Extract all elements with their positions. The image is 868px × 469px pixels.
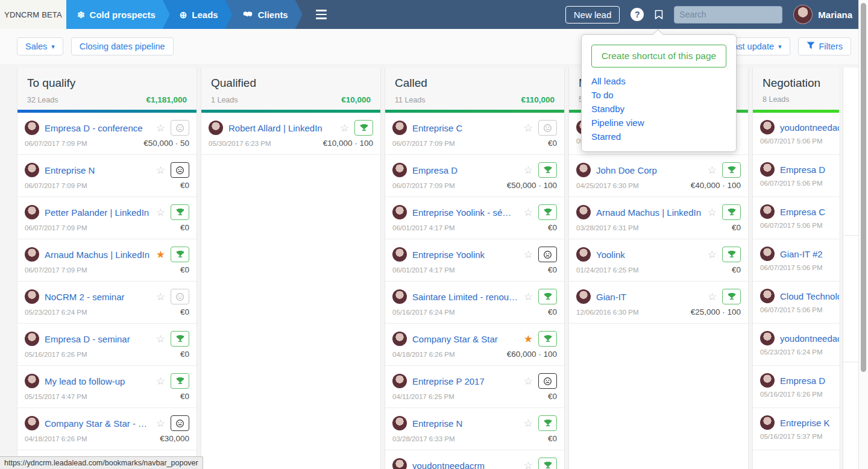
lead-title[interactable]: Yoolink <box>596 250 702 260</box>
lead-card[interactable]: Empresa C06/07/2017 5:06 PM <box>753 197 839 239</box>
trophy-icon[interactable] <box>722 289 741 304</box>
star-icon[interactable]: ☆ <box>156 123 165 133</box>
star-icon[interactable]: ☆ <box>708 292 717 302</box>
smiley-sad-icon[interactable] <box>171 415 189 431</box>
smiley-neutral-icon[interactable] <box>171 120 189 136</box>
lead-card[interactable]: Arnaud Machus | LinkedIn★06/07/2017 7:09… <box>17 239 197 282</box>
lead-card[interactable]: Empresa D - conference☆06/07/2017 7:09 P… <box>17 113 197 155</box>
trophy-icon[interactable] <box>538 458 557 469</box>
lead-card[interactable]: Yoolink☆01/24/2017 6:25 PM€0 <box>569 239 748 282</box>
lead-title[interactable]: Arnaud Machus | LinkedIn <box>45 250 151 260</box>
star-icon[interactable]: ☆ <box>524 376 533 386</box>
bookmark-link[interactable]: Starred <box>591 131 726 142</box>
lead-title[interactable]: Cloud Technology <box>780 291 839 301</box>
lead-title[interactable]: My lead to follow-up <box>45 376 151 386</box>
lead-title[interactable]: youdontneedacrm <box>780 333 839 344</box>
trophy-icon[interactable] <box>722 162 741 178</box>
lead-card[interactable]: Empresa D05/16/2017 6:26 PM <box>753 366 839 408</box>
star-icon[interactable]: ☆ <box>708 207 717 218</box>
lead-title[interactable]: Entreprise K <box>780 418 839 428</box>
lead-card[interactable]: Petter Palander | LinkedIn☆06/07/2017 7:… <box>17 197 197 239</box>
smiley-neutral-icon[interactable] <box>171 289 189 304</box>
filters-button[interactable]: Filters <box>798 37 851 55</box>
smiley-neutral-icon[interactable] <box>538 120 557 136</box>
lead-title[interactable]: Gian-IT #2 <box>780 249 839 259</box>
lead-title[interactable]: Entreprise Yoolink <box>412 250 518 260</box>
menu-icon[interactable] <box>316 0 327 29</box>
lead-card[interactable]: Saintare Limited - renouve…☆05/16/2017 6… <box>385 282 564 324</box>
lead-card[interactable]: Company Star & Star★04/18/2017 6:26 PM€6… <box>385 324 564 366</box>
lead-title[interactable]: Empresa C <box>780 207 839 217</box>
lead-title[interactable]: Entreprise P 2017 <box>412 376 518 386</box>
trophy-icon[interactable] <box>171 331 189 347</box>
lead-title[interactable]: Entreprise N <box>45 165 151 175</box>
star-icon[interactable]: ☆ <box>524 123 533 133</box>
lead-card[interactable]: Gian-IT #206/07/2017 5:06 PM <box>753 239 839 282</box>
star-icon[interactable]: ☆ <box>524 461 533 469</box>
lead-title[interactable]: Arnaud Machus | LinkedIn <box>596 207 702 218</box>
lead-title[interactable]: Company Star & Star - sem… <box>45 418 151 429</box>
star-icon[interactable]: ☆ <box>156 292 165 302</box>
lead-card[interactable]: youdontneedacrm06/07/2017 5:06 PM <box>753 113 839 155</box>
lead-title[interactable]: youdontneedacrm <box>780 122 839 133</box>
lead-title[interactable]: Empresa D <box>412 165 518 175</box>
star-icon[interactable]: ☆ <box>524 418 533 429</box>
lead-title[interactable]: Petter Palander | LinkedIn <box>45 207 151 218</box>
lead-card[interactable]: Entreprise Yoolink - sémin…☆06/01/2017 4… <box>385 197 564 239</box>
lead-title[interactable]: NoCRM 2 - seminar <box>45 292 151 302</box>
lead-card[interactable]: Robert Allard | LinkedIn☆05/30/2017 6:23… <box>201 113 380 155</box>
scrollbar-thumb[interactable] <box>861 3 866 372</box>
lead-title[interactable]: Empresa D <box>780 376 839 386</box>
search-input[interactable] <box>674 6 782 24</box>
lead-title[interactable]: Saintare Limited - renouve… <box>412 292 518 302</box>
lead-card[interactable]: Cloud Technology06/07/2017 5:06 PM <box>753 282 839 324</box>
lead-card[interactable]: Entreprise Yoolink☆06/01/2017 4:17 PM€0 <box>385 239 564 282</box>
lead-card[interactable]: Empresa D - seminar☆05/16/2017 6:26 PM€0 <box>17 324 197 366</box>
bookmark-link[interactable]: All leads <box>591 76 726 86</box>
trophy-icon[interactable] <box>722 204 741 220</box>
tab-leads[interactable]: ⊕ Leads <box>163 0 233 29</box>
lead-title[interactable]: Gian-IT <box>596 292 702 302</box>
lead-card[interactable]: NoCRM 2 - seminar☆05/23/2017 6:24 PM€0 <box>17 282 197 324</box>
lead-card[interactable]: Entreprise P 2017☆04/11/2017 6:25 PM€0 <box>385 366 564 408</box>
lead-title[interactable]: Company Star & Star <box>412 334 518 344</box>
lead-card[interactable]: Entreprise K05/16/2017 5:37 PM <box>753 408 839 450</box>
tab-clients[interactable]: Clients <box>225 0 303 29</box>
lead-title[interactable]: John Doe Corp <box>596 165 702 175</box>
user-menu[interactable]: Mariana <box>793 5 852 24</box>
lead-card[interactable]: Company Star & Star - sem…☆04/18/2017 6:… <box>17 408 197 450</box>
trophy-icon[interactable] <box>538 331 557 347</box>
lead-card[interactable]: Entreprise N☆06/07/2017 7:09 PM€0 <box>17 155 197 197</box>
lead-card[interactable]: Entreprise C☆06/07/2017 7:09 PM€0 <box>385 113 564 155</box>
help-icon[interactable]: ? <box>631 8 644 21</box>
star-icon[interactable]: ☆ <box>708 250 717 260</box>
bookmark-link[interactable]: Pipeline view <box>591 118 726 128</box>
star-icon[interactable]: ☆ <box>524 165 533 175</box>
star-icon[interactable]: ☆ <box>524 250 533 260</box>
star-icon[interactable]: ☆ <box>524 207 533 218</box>
trophy-icon[interactable] <box>538 415 557 431</box>
star-icon[interactable]: ☆ <box>340 123 349 133</box>
smiley-sad-icon[interactable] <box>538 247 557 262</box>
lead-card[interactable]: Empresa D06/07/2017 5:06 PM <box>753 155 839 197</box>
lead-card[interactable]: John Doe Corp☆04/25/2017 6:30 PM€40,000 … <box>569 155 748 197</box>
lead-title[interactable]: Empresa D <box>780 165 839 175</box>
lead-title[interactable]: Robert Allard | LinkedIn <box>228 123 335 133</box>
smiley-sad-icon[interactable] <box>538 373 557 389</box>
bookmark-link[interactable]: To do <box>591 90 726 100</box>
lead-title[interactable]: Entreprise C <box>412 123 518 133</box>
bookmark-link[interactable]: Standby <box>591 104 726 114</box>
lead-card[interactable]: youdontneedacrm☆ <box>385 450 564 469</box>
lead-card[interactable]: Empresa D☆06/07/2017 7:09 PM€50,000 · 10… <box>385 155 564 197</box>
lead-card[interactable]: My lead to follow-up☆05/15/2017 4:47 PM€… <box>17 366 197 408</box>
star-icon[interactable]: ☆ <box>708 165 717 175</box>
star-icon[interactable]: ☆ <box>156 165 165 175</box>
trophy-icon[interactable] <box>538 289 557 304</box>
lead-title[interactable]: Empresa D - seminar <box>45 334 151 344</box>
trophy-icon[interactable] <box>722 247 741 262</box>
smiley-sad-icon[interactable] <box>171 162 189 178</box>
lead-title[interactable]: Entreprise Yoolink - sémin… <box>412 207 518 218</box>
new-lead-button[interactable]: New lead <box>565 6 620 24</box>
lead-card[interactable]: Entreprise N☆03/28/2017 6:33 PM€0 <box>385 408 564 450</box>
star-icon[interactable]: ☆ <box>156 334 165 344</box>
